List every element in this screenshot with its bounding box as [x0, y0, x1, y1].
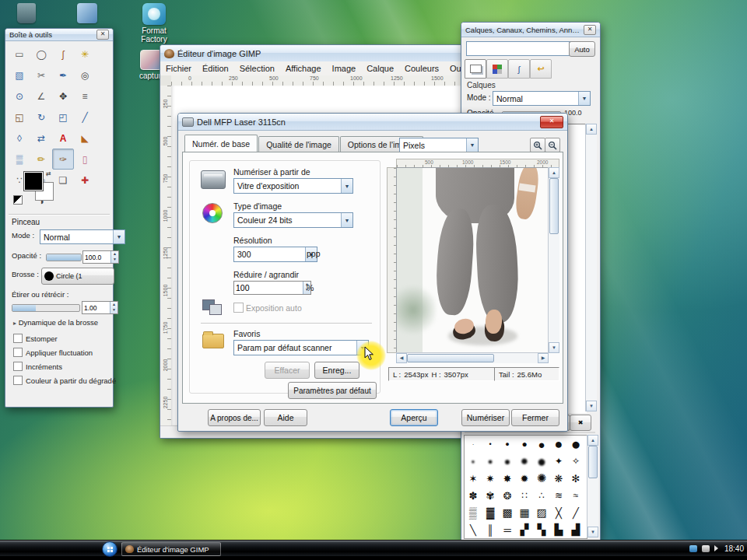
- help-button[interactable]: Aide: [264, 409, 307, 426]
- tool-crop[interactable]: ◱: [9, 107, 30, 128]
- brush-item[interactable]: ▚: [533, 521, 550, 538]
- tool-select-by-color[interactable]: ▧: [9, 65, 30, 86]
- brush-item[interactable]: ●: [482, 453, 499, 470]
- brush-item[interactable]: ≋: [550, 487, 567, 504]
- brush-item[interactable]: ═: [499, 521, 516, 538]
- menu-image[interactable]: Image: [327, 64, 362, 73]
- brush-item[interactable]: ≈: [567, 487, 584, 504]
- image-type-combo[interactable]: Couleur 24 bits▼: [233, 212, 353, 228]
- zoom-out-button[interactable]: [545, 138, 560, 152]
- dialog-close-button[interactable]: ✕: [540, 116, 563, 128]
- tool-paintbrush[interactable]: ✑: [52, 149, 74, 170]
- preview-vertical-scrollbar[interactable]: ▲ ▼: [548, 167, 559, 353]
- menu-calque[interactable]: Calque: [361, 64, 399, 73]
- brush-item[interactable]: ●: [516, 436, 533, 453]
- about-button[interactable]: A propos de...: [208, 409, 261, 426]
- brush-item[interactable]: ●: [567, 436, 584, 453]
- brush-item[interactable]: ✻: [567, 470, 584, 487]
- scroll-down-icon[interactable]: ▼: [587, 527, 598, 537]
- close-dialog-button[interactable]: Fermer: [511, 409, 559, 426]
- paint-mode-combo[interactable]: Normal▼: [40, 229, 125, 244]
- tab-qualite-de-l-image[interactable]: Qualité de l'image: [258, 136, 339, 152]
- opacity-spinner[interactable]: 100.0▲▼: [82, 250, 119, 264]
- tool-color-picker[interactable]: ◎: [74, 65, 96, 86]
- foreground-color-swatch[interactable]: [24, 172, 43, 191]
- tool-scissors-select[interactable]: ✂: [30, 65, 52, 86]
- brush-item[interactable]: ✹: [516, 470, 533, 487]
- preview-horizontal-scrollbar[interactable]: ◀ ▶: [396, 352, 549, 363]
- brush-item[interactable]: ▦: [516, 504, 533, 521]
- brush-item[interactable]: ✶: [465, 470, 482, 487]
- brush-item[interactable]: ●: [516, 453, 533, 470]
- tool-free-select[interactable]: ʃ: [52, 44, 74, 65]
- tool-move[interactable]: ✥: [52, 86, 74, 107]
- brush-item[interactable]: ▓: [482, 504, 499, 521]
- tool-measure[interactable]: ∠: [30, 86, 52, 107]
- taskbar-clock[interactable]: 18:40: [724, 544, 744, 553]
- opacity-slider[interactable]: [46, 254, 82, 261]
- tool-scale[interactable]: ◰: [52, 107, 74, 128]
- layer-mode-combo[interactable]: Normal▼: [493, 91, 591, 106]
- scrollbar-thumb[interactable]: [549, 178, 559, 234]
- tab-channels[interactable]: [486, 59, 508, 79]
- tool-perspective[interactable]: ◊: [9, 128, 30, 149]
- brush-item[interactable]: ●: [499, 453, 516, 470]
- tool-pencil[interactable]: ✏: [30, 149, 52, 170]
- layer-list-scrollbar[interactable]: ▲ ▼: [585, 124, 597, 411]
- brush-item[interactable]: ╱: [567, 504, 584, 521]
- brush-item[interactable]: ▙: [550, 521, 567, 538]
- menu-selection[interactable]: Sélection: [234, 64, 280, 73]
- tool-bucket-fill[interactable]: ◣: [74, 128, 96, 149]
- tray-network-icon[interactable]: [689, 545, 697, 552]
- layer-button-5[interactable]: ✖: [570, 415, 591, 431]
- brush-item[interactable]: ✧: [567, 453, 584, 470]
- tab-paths[interactable]: ʃ: [508, 59, 530, 79]
- scroll-down-icon[interactable]: ▼: [549, 342, 559, 353]
- option-checkbox-estomper[interactable]: Estomper: [13, 334, 58, 343]
- preview-button[interactable]: Aperçu: [390, 409, 438, 426]
- brush-item[interactable]: ✾: [482, 487, 499, 504]
- menu-fichier[interactable]: Fichier: [160, 64, 197, 73]
- brush-item[interactable]: ❋: [550, 470, 567, 487]
- tool-align[interactable]: ≡: [74, 86, 96, 107]
- tool-zoom[interactable]: ⊙: [9, 86, 30, 107]
- brush-item[interactable]: ║: [482, 521, 499, 538]
- desktop-icon-recycle-bin[interactable]: [2, 3, 51, 23]
- desktop-icon-app[interactable]: [62, 3, 112, 23]
- start-button[interactable]: [102, 541, 117, 557]
- brush-dynamics-expander[interactable]: ▸ Dynamique de la brosse: [13, 318, 98, 327]
- tool-paths[interactable]: ✒: [52, 65, 74, 86]
- option-checkbox-couleur-a-partir-du-degrade[interactable]: Couleur à partir du dégradé: [13, 376, 116, 385]
- brush-scale-spinner[interactable]: 1.00▲▼: [82, 301, 118, 314]
- tool-blend[interactable]: ▒: [9, 149, 30, 170]
- units-combo[interactable]: Pixels▼: [399, 138, 479, 152]
- brush-item[interactable]: ●: [465, 453, 482, 470]
- swap-colors-icon[interactable]: ⇄: [46, 170, 51, 177]
- brush-item[interactable]: ✦: [550, 453, 567, 470]
- auto-button[interactable]: Auto: [569, 41, 595, 57]
- desktop-icon-format-factory[interactable]: Format Factory: [129, 3, 179, 44]
- tab-numer-de-base[interactable]: Numér. de base: [184, 135, 258, 152]
- defaults-button[interactable]: Paramètres par défaut: [288, 382, 377, 399]
- tray-display-icon[interactable]: [702, 545, 710, 552]
- dock-close-icon[interactable]: ✕: [584, 25, 596, 35]
- tool-heal[interactable]: ✚: [74, 170, 96, 191]
- scrollbar-thumb[interactable]: [588, 446, 598, 478]
- dock-titlebar[interactable]: Calques, Canaux, Chemins, Annule... ✕: [461, 23, 600, 37]
- scan-preview-image[interactable]: [396, 167, 549, 353]
- tab-layers[interactable]: [465, 59, 486, 79]
- brush-item[interactable]: ·: [465, 436, 482, 453]
- brush-item[interactable]: ∷: [516, 487, 533, 504]
- brush-item[interactable]: ▞: [516, 521, 533, 538]
- option-checkbox-increments[interactable]: Incréments: [13, 362, 62, 371]
- brush-item[interactable]: ✺: [533, 470, 550, 487]
- tool-fuzzy-select[interactable]: ✳: [74, 44, 96, 65]
- brush-scale-slider[interactable]: [12, 304, 80, 312]
- scale-spinner[interactable]: 100▲▼: [233, 281, 311, 295]
- scan-button[interactable]: Numériser: [461, 409, 510, 426]
- scrollbar-thumb[interactable]: [407, 354, 494, 362]
- taskbar-task-button[interactable]: Éditeur d'image GIMP: [121, 542, 221, 556]
- brush-item[interactable]: ✸: [499, 470, 516, 487]
- menu-edition[interactable]: Édition: [197, 64, 234, 73]
- scroll-up-icon[interactable]: ▲: [586, 124, 597, 135]
